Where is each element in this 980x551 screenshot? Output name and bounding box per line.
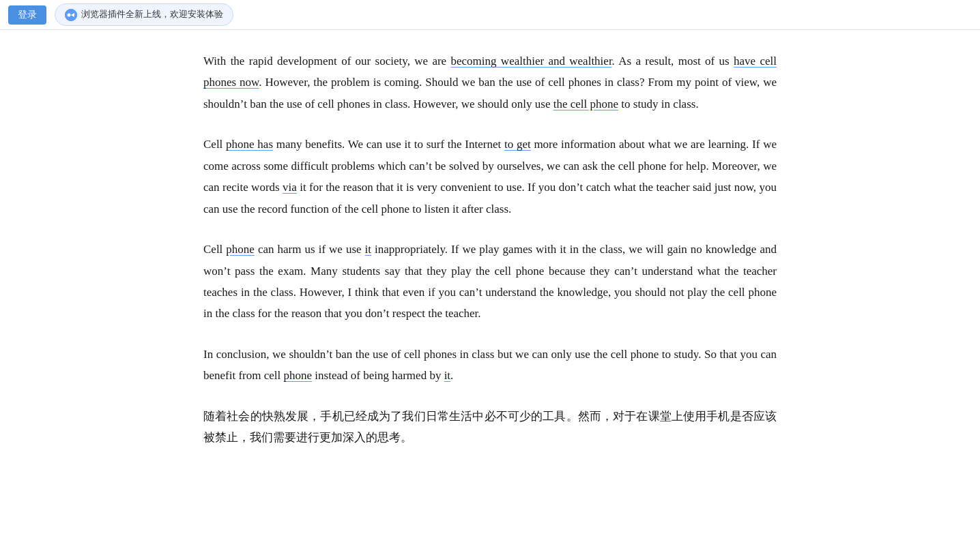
paragraph-5-chinese: 随着社会的快熟发展，手机已经成为了我们日常生活中必不可少的工具。然而，对于在课堂…	[203, 406, 777, 449]
p3-link2[interactable]: it	[365, 243, 371, 256]
plugin-text: 浏览器插件全新上线，欢迎安装体验	[81, 7, 223, 23]
p2-text-after-link1: many benefits. We can use it to surf the…	[273, 138, 504, 151]
svg-point-1	[68, 13, 71, 16]
p1-link1[interactable]: becoming wealthier and wealthier	[450, 55, 611, 68]
content-area: With the rapid development of our societ…	[183, 30, 797, 495]
p4-text-after-link2: .	[450, 369, 453, 382]
p2-text-before-link1: Cell	[203, 138, 226, 151]
paragraph-2: Cell phone has many benefits. We can use…	[203, 134, 777, 220]
p4-text-after-link1: instead of being harmed by	[312, 369, 444, 382]
p3-text-before-link1: Cell	[203, 243, 226, 256]
paragraph-3: Cell phone can harm us if we use it inap…	[203, 239, 777, 325]
p3-link1[interactable]: phone	[226, 243, 255, 256]
p3-text-after-link1: can harm us if we use	[255, 243, 365, 256]
top-bar: 登录 浏览器插件全新上线，欢迎安装体验	[0, 0, 980, 30]
p2-link1[interactable]: phone has	[226, 138, 273, 151]
p1-text-after-link3: to study in class.	[618, 98, 699, 110]
p2-link3[interactable]: via	[283, 181, 297, 194]
paragraph-4: In conclusion, we shouldn’t ban the use …	[203, 344, 777, 387]
p4-link2[interactable]: it	[444, 369, 450, 382]
p2-link2[interactable]: to get	[504, 138, 531, 151]
plugin-banner[interactable]: 浏览器插件全新上线，欢迎安装体验	[55, 3, 233, 26]
plugin-icon	[65, 9, 77, 21]
p1-link3[interactable]: the cell phone	[553, 98, 618, 110]
login-button[interactable]: 登录	[8, 5, 46, 25]
paragraph-1: With the rapid development of our societ…	[203, 50, 777, 115]
p1-text-after-link1: . As a result, most of us	[612, 55, 734, 68]
p4-link1[interactable]: phone	[284, 369, 313, 382]
p1-text-before-link1: With the rapid development of our societ…	[203, 55, 450, 68]
